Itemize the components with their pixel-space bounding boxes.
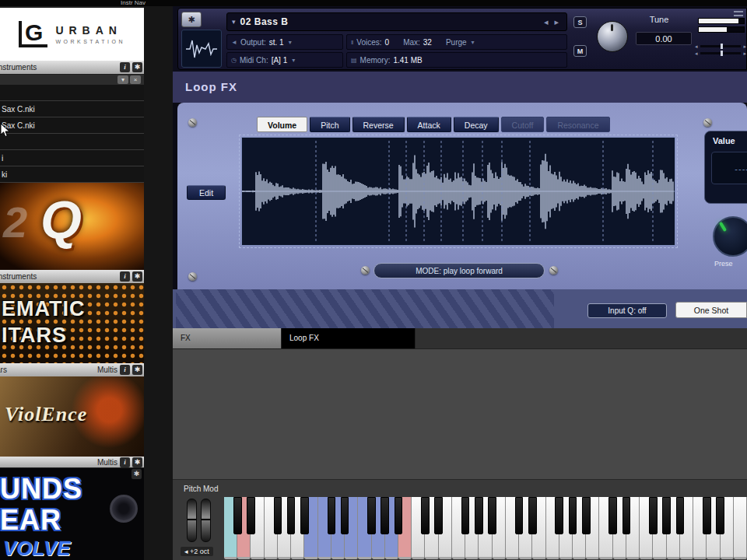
- pan-slider[interactable]: [700, 45, 742, 47]
- bottom-tab-loop-fx[interactable]: Loop FX: [282, 328, 416, 348]
- pan-left-icon: ◂: [695, 51, 698, 57]
- gear-icon[interactable]: ✱: [132, 457, 142, 467]
- info-icon[interactable]: i: [120, 457, 130, 467]
- black-key[interactable]: [328, 497, 336, 534]
- output-select[interactable]: ◄ Output: st. 1 ▾: [226, 34, 343, 50]
- bottom-tab-fx[interactable]: FX: [173, 328, 282, 348]
- fx-tab-bar: FXLoop FX: [173, 328, 747, 348]
- gear-icon[interactable]: ✱: [132, 62, 142, 72]
- file-list-item[interactable]: ki: [0, 166, 144, 183]
- instrument-icon[interactable]: [181, 30, 222, 68]
- library-banner-q[interactable]: 2 Q: [0, 183, 144, 270]
- mod-wheel[interactable]: [201, 499, 211, 542]
- black-key[interactable]: [582, 497, 591, 534]
- file-list-item[interactable]: i: [0, 150, 144, 166]
- file-list-item[interactable]: Sax C.nki: [0, 101, 144, 117]
- black-key[interactable]: [233, 497, 242, 534]
- urban-workstation-library-header[interactable]: G URBAN WORKSTATION: [0, 8, 144, 61]
- black-key[interactable]: [300, 497, 309, 534]
- close-icon[interactable]: ×: [130, 75, 141, 84]
- preset-knob[interactable]: [713, 216, 747, 257]
- loopfx-tab-volume[interactable]: Volume: [257, 117, 307, 132]
- tab-guitars[interactable]: ars: [0, 366, 7, 374]
- tab-multis[interactable]: Multis: [97, 458, 117, 467]
- library-banner-cinematic-guitars[interactable]: EMATIC ITARS: [0, 283, 144, 363]
- file-list-item[interactable]: Sax C.nki: [0, 117, 144, 134]
- prev-instrument-icon[interactable]: ◂: [541, 17, 552, 27]
- black-key[interactable]: [528, 497, 537, 534]
- loopfx-tab-reverse[interactable]: Reverse: [352, 117, 405, 132]
- pan-slider[interactable]: [700, 52, 742, 54]
- black-key[interactable]: [274, 497, 282, 534]
- library-banner-violence[interactable]: ViolEnce: [0, 376, 144, 457]
- black-key[interactable]: [341, 497, 349, 534]
- loopfx-tab-resonance: Resonance: [546, 117, 609, 132]
- tune-knob[interactable]: [597, 21, 628, 52]
- input-quantize-button[interactable]: Input Q: off: [587, 303, 667, 318]
- tune-value[interactable]: 0.00: [636, 32, 692, 45]
- info-icon[interactable]: i: [120, 271, 130, 282]
- info-icon[interactable]: i: [120, 365, 130, 375]
- midi-channel-select[interactable]: ◷ Midi Ch: [A] 1 ▾: [226, 52, 343, 68]
- octave-indicator[interactable]: ◂ +2 oct: [181, 547, 213, 556]
- chevron-down-icon: ▾: [292, 57, 295, 64]
- black-key[interactable]: [287, 497, 296, 534]
- loopfx-tab-decay[interactable]: Decay: [454, 117, 499, 132]
- tab-multis[interactable]: Multis: [97, 366, 117, 374]
- black-key[interactable]: [434, 497, 443, 534]
- black-key[interactable]: [703, 497, 711, 534]
- black-key[interactable]: [569, 497, 577, 534]
- header-row-midi: ◷ Midi Ch: [A] 1 ▾ ▤ Memory: 1.41 MB: [226, 52, 567, 68]
- black-key[interactable]: [395, 497, 403, 534]
- tab-instruments[interactable]: Instruments: [0, 63, 37, 72]
- max-value: 32: [423, 38, 432, 47]
- black-key[interactable]: [662, 497, 671, 534]
- black-key[interactable]: [367, 497, 376, 534]
- black-key[interactable]: [421, 497, 430, 534]
- loopfx-tab-attack[interactable]: Attack: [407, 117, 451, 132]
- white-key[interactable]: [734, 497, 747, 559]
- midi-label: Midi Ch:: [240, 56, 268, 65]
- gear-icon[interactable]: ✱: [132, 365, 142, 375]
- black-key[interactable]: [381, 497, 389, 534]
- loopfx-tab-pitch[interactable]: Pitch: [310, 117, 349, 132]
- instrument-title: 02 Bass B: [240, 16, 289, 27]
- gear-icon[interactable]: ✱: [132, 271, 142, 282]
- screw-icon: [361, 266, 370, 275]
- purge-button[interactable]: Purge: [446, 38, 467, 47]
- mute-button[interactable]: M: [573, 45, 587, 57]
- window-minimize-icons[interactable]: [734, 11, 743, 19]
- black-key[interactable]: [649, 497, 658, 534]
- black-key[interactable]: [555, 497, 563, 534]
- black-key[interactable]: [475, 497, 483, 534]
- instr-nav-label[interactable]: Instr Nav: [121, 0, 146, 6]
- edit-button[interactable]: Edit: [187, 185, 226, 200]
- file-list-item[interactable]: [0, 134, 144, 150]
- black-key[interactable]: [247, 497, 255, 534]
- info-icon[interactable]: i: [120, 62, 130, 72]
- sounds-line2: EAR: [0, 504, 61, 537]
- black-key[interactable]: [488, 497, 496, 534]
- waveform-display[interactable]: [241, 137, 675, 246]
- black-key[interactable]: [461, 497, 470, 534]
- collapse-icon[interactable]: ▾: [232, 18, 236, 26]
- tab-q-instruments[interactable]: Instruments: [0, 272, 37, 281]
- black-key[interactable]: [622, 497, 631, 534]
- library-banner-sounds-and-gear[interactable]: UNDS EAR VOLVE ✱: [0, 468, 144, 560]
- collapse-icon[interactable]: ▾: [117, 75, 128, 84]
- pitch-wheel[interactable]: [187, 499, 197, 542]
- instrument-options-button[interactable]: ✱: [181, 12, 202, 27]
- loopfx-tab-cutoff: Cutoff: [501, 117, 545, 132]
- black-key[interactable]: [676, 497, 685, 534]
- next-instrument-icon[interactable]: ▸: [551, 17, 562, 27]
- gear-icon[interactable]: ✱: [132, 469, 142, 479]
- file-list-item[interactable]: [0, 85, 144, 101]
- black-key[interactable]: [716, 497, 724, 534]
- instrument-title-bar[interactable]: ▾ 02 Bass B ◂ ▸: [226, 12, 567, 31]
- one-shot-button[interactable]: One Shot: [675, 302, 747, 318]
- loop-mode-button[interactable]: MODE: play loop forward: [374, 263, 545, 278]
- black-key[interactable]: [608, 497, 617, 534]
- black-key[interactable]: [515, 497, 524, 534]
- solo-button[interactable]: S: [573, 16, 587, 28]
- voices-field[interactable]: ‖ Voices: 0 Max: 32 Purge ▾: [346, 34, 567, 50]
